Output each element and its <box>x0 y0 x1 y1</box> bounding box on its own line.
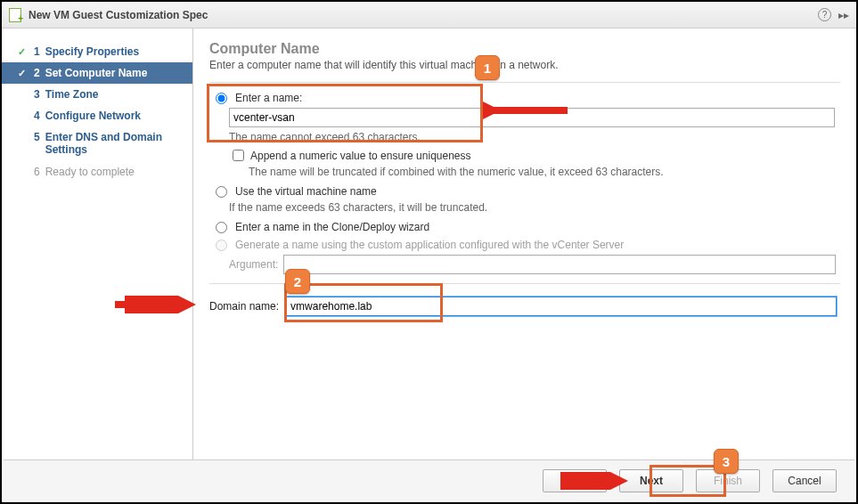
argument-input <box>283 255 836 274</box>
page-subtitle: Enter a computer name that will identify… <box>209 59 840 71</box>
check-icon: ✓ <box>18 68 29 79</box>
append-numeric-label: Append a numeric value to ensure uniquen… <box>250 150 471 162</box>
step-dns-domain-settings[interactable]: 5 Enter DNS and Domain Settings <box>2 126 192 161</box>
footer-bar: Back Next Finish Cancel <box>4 459 854 500</box>
radio-enter-name-label: Enter a name: <box>235 92 302 104</box>
back-button[interactable]: Back <box>543 469 607 492</box>
help-icon[interactable]: ? <box>818 8 831 21</box>
new-spec-icon <box>9 8 21 22</box>
use-vm-hint: If the name exceeds 63 characters, it wi… <box>229 201 840 214</box>
radio-clone-deploy-label: Enter a name in the Clone/Deploy wizard <box>235 221 429 233</box>
radio-use-vm-name-label: Use the virtual machine name <box>235 185 377 198</box>
computer-name-input[interactable] <box>229 108 835 127</box>
argument-label: Argument: <box>229 258 278 271</box>
window-title: New VM Guest Customization Spec <box>29 9 818 21</box>
chevron-right-icon[interactable]: ▸▸ <box>838 9 849 21</box>
check-icon: ✓ <box>18 46 29 58</box>
dialog-body: ✓ 1 Specify Properties ✓ 2 Set Computer … <box>2 28 856 459</box>
radio-enter-name[interactable] <box>216 93 227 104</box>
divider <box>209 283 840 284</box>
name-hint: The name cannot exceed 63 characters. <box>229 131 840 143</box>
wizard-steps-sidebar: ✓ 1 Specify Properties ✓ 2 Set Computer … <box>2 28 193 459</box>
page-title: Computer Name <box>209 41 840 57</box>
finish-button: Finish <box>696 469 760 492</box>
name-input-wrapper <box>229 108 840 127</box>
main-panel: Computer Name Enter a computer name that… <box>193 28 856 459</box>
append-numeric-checkbox[interactable] <box>233 150 244 161</box>
step-time-zone[interactable]: 3 Time Zone <box>2 84 192 105</box>
step-specify-properties[interactable]: ✓ 1 Specify Properties <box>2 41 192 62</box>
step-set-computer-name[interactable]: ✓ 2 Set Computer Name <box>2 62 192 84</box>
cancel-button[interactable]: Cancel <box>772 469 837 492</box>
domain-name-label: Domain name: <box>209 300 279 313</box>
append-hint: The name will be truncated if combined w… <box>249 166 840 178</box>
domain-row: Domain name: <box>209 297 840 316</box>
step-configure-network[interactable]: 4 Configure Network <box>2 105 192 126</box>
option-clone-deploy[interactable]: Enter a name in the Clone/Deploy wizard <box>209 221 840 233</box>
radio-clone-deploy[interactable] <box>216 222 227 233</box>
radio-generate-name-label: Generate a name using the custom applica… <box>235 239 624 251</box>
next-button[interactable]: Next <box>619 469 683 492</box>
divider <box>209 82 840 83</box>
option-enter-name[interactable]: Enter a name: <box>209 92 840 104</box>
append-row[interactable]: Append a numeric value to ensure uniquen… <box>229 147 840 164</box>
argument-row: Argument: <box>229 255 840 274</box>
option-use-vm-name[interactable]: Use the virtual machine name <box>209 185 840 198</box>
radio-generate-name <box>216 240 227 251</box>
radio-use-vm-name[interactable] <box>216 186 227 198</box>
domain-name-input[interactable] <box>286 297 837 316</box>
step-ready-to-complete: 6 Ready to complete <box>2 161 192 183</box>
option-generate-name: Generate a name using the custom applica… <box>209 239 840 251</box>
title-bar: New VM Guest Customization Spec ? ▸▸ <box>2 2 856 28</box>
